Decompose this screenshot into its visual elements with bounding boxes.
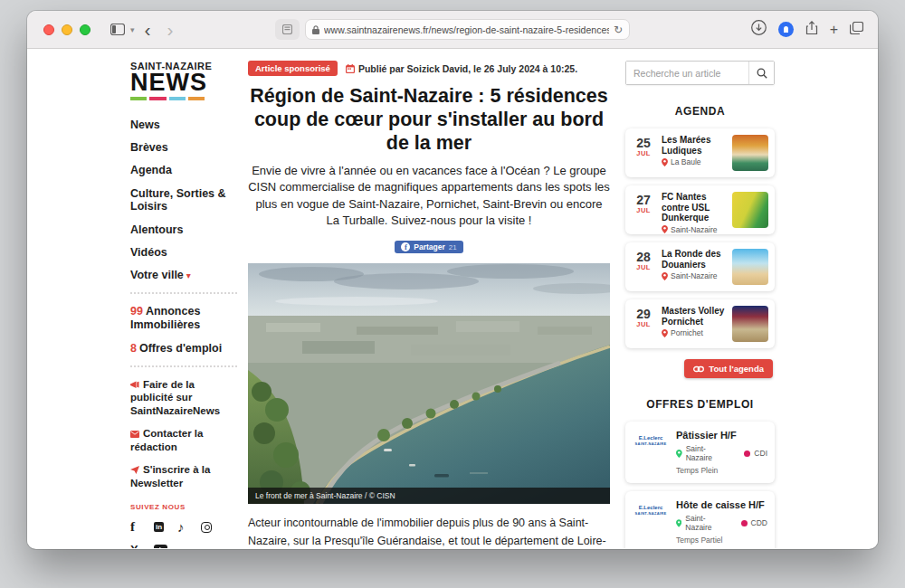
advertise-link[interactable]: Faire de la publicité sur SaintNazaireNe… xyxy=(130,378,239,419)
back-button[interactable]: ‹ xyxy=(138,21,157,39)
map-pin-icon xyxy=(662,272,668,280)
jobs-heading: OFFRES D'EMPLOI xyxy=(625,398,775,411)
logo-color-bars xyxy=(130,97,205,100)
job-card[interactable]: E.Leclerc SAINT-NAZAIRE Pâtissier H/F Sa… xyxy=(625,422,775,483)
forward-button[interactable]: › xyxy=(161,21,180,39)
chevron-down-icon: ▾ xyxy=(186,270,191,280)
counter-link[interactable]: 99Annonces Immobilières xyxy=(130,305,239,333)
megaphone-icon xyxy=(130,381,139,389)
article-title: Région de Saint-Nazaire : 5 résidences c… xyxy=(248,84,610,156)
contact-link[interactable]: Contacter la rédaction xyxy=(130,427,239,454)
job-time: Temps Plein xyxy=(676,466,767,475)
job-card[interactable]: E.Leclerc SAINT-NAZAIRE Hôte de caisse H… xyxy=(625,491,775,548)
search-input[interactable] xyxy=(626,62,748,84)
company-logo: E.Leclerc SAINT-NAZAIRE xyxy=(633,430,669,475)
job-time: Temps Partiel xyxy=(676,536,767,545)
job-meta: Saint-Nazaire CDD xyxy=(676,514,767,532)
downloads-icon[interactable] xyxy=(751,20,767,39)
nav-item[interactable]: Agenda xyxy=(130,164,239,176)
instagram-icon[interactable] xyxy=(201,520,224,534)
counter-link[interactable]: 8Offres d'emploi xyxy=(130,342,239,356)
map-pin-icon xyxy=(662,329,668,337)
x-icon[interactable]: X xyxy=(130,543,154,548)
article-hero-image: Le front de mer à Saint-Nazaire / © CISN xyxy=(248,263,610,504)
toolbar-right: + xyxy=(751,20,863,39)
main-nav: News Brèves Agenda Culture, Sorties & Lo… xyxy=(130,119,239,282)
envelope-icon xyxy=(130,431,139,438)
agenda-location: Saint-Nazaire xyxy=(662,225,729,234)
close-window-button[interactable] xyxy=(43,24,54,35)
search-button[interactable] xyxy=(748,62,774,84)
agenda-thumbnail xyxy=(732,192,768,228)
tab-overview-icon[interactable] xyxy=(850,22,863,38)
job-title: Hôte de caisse H/F xyxy=(676,499,767,510)
nav-item[interactable]: Votre ville▾ xyxy=(130,269,239,281)
contract-dot-icon xyxy=(741,520,748,526)
nav-item[interactable]: Alentours xyxy=(130,223,239,236)
divider xyxy=(130,365,237,367)
browser-window: ▾ ‹ › www.saintnazairenews.fr/news/regio… xyxy=(27,11,878,549)
nav-item[interactable]: Vidéos xyxy=(130,246,239,259)
social-links: f in ♪ X xyxy=(130,520,224,548)
page-settings-icon[interactable] xyxy=(275,19,300,40)
facebook-icon: f xyxy=(401,242,410,251)
tiktok-icon[interactable]: ♪ xyxy=(177,520,201,534)
search-icon xyxy=(757,68,767,79)
minimize-window-button[interactable] xyxy=(62,24,72,35)
agenda-card[interactable]: 25 JUL Les Marées Ludiques La Baule xyxy=(625,128,775,177)
nav-controls: ▾ ‹ › xyxy=(107,20,180,40)
linkedin-icon[interactable]: in xyxy=(154,520,177,534)
address-area: www.saintnazairenews.fr/news/region-de-s… xyxy=(275,19,630,40)
image-caption: Le front de mer à Saint-Nazaire / © CISN xyxy=(248,488,610,504)
agenda-event-title: Masters Volley Pornichet xyxy=(662,306,729,327)
nav-item[interactable]: Brèves xyxy=(130,141,239,154)
agenda-date: 28 JUL xyxy=(633,249,654,285)
url-bar[interactable]: www.saintnazairenews.fr/news/region-de-s… xyxy=(305,19,630,40)
nav-item[interactable]: News xyxy=(130,119,239,131)
agenda-event-title: FC Nantes contre USL Dunkerque xyxy=(662,192,729,223)
newsletter-link[interactable]: S'inscrire à la Newsletter xyxy=(130,463,239,490)
agenda-list: 25 JUL Les Marées Ludiques La Baule xyxy=(625,128,775,348)
facebook-share-button[interactable]: f Partager 21 xyxy=(395,241,462,253)
sidebar-toggle-icon[interactable] xyxy=(107,20,129,40)
company-logo: E.Leclerc SAINT-NAZAIRE xyxy=(633,499,669,545)
agenda-event-title: Les Marées Ludiques xyxy=(662,135,729,156)
agenda-card[interactable]: 27 JUL FC Nantes contre USL Dunkerque Sa… xyxy=(625,185,775,234)
agenda-date: 29 JUL xyxy=(633,306,654,342)
agenda-location: Pornichet xyxy=(662,328,729,337)
left-sidebar: SAINT-NAZAIRE NEWS News Brèves Agenda Cu… xyxy=(130,61,239,548)
facebook-icon[interactable]: f xyxy=(130,520,154,534)
agenda-thumbnail xyxy=(732,306,768,342)
all-agenda-button[interactable]: Tout l'agenda xyxy=(684,359,773,378)
reload-icon[interactable]: ↻ xyxy=(614,24,623,36)
right-sidebar: AGENDA 25 JUL Les Marées Ludiques xyxy=(625,61,775,548)
url-text: www.saintnazairenews.fr/news/region-de-s… xyxy=(324,24,609,35)
agenda-location: La Baule xyxy=(662,157,729,166)
contract-dot-icon xyxy=(744,450,750,457)
zoom-window-button[interactable] xyxy=(80,24,90,35)
lock-icon xyxy=(312,25,319,34)
map-pin-icon xyxy=(662,225,668,233)
sidebar-caret-icon[interactable]: ▾ xyxy=(130,25,135,34)
agenda-card[interactable]: 29 JUL Masters Volley Pornichet Porniche… xyxy=(625,299,775,348)
site-logo[interactable]: SAINT-NAZAIRE NEWS xyxy=(130,61,239,100)
nav-item[interactable]: Culture, Sorties & Loisirs xyxy=(130,187,239,213)
new-tab-icon[interactable]: + xyxy=(830,22,838,38)
window-controls xyxy=(43,11,90,48)
divider xyxy=(130,292,237,294)
article-meta: Publié par Soizick David, le 26 July 202… xyxy=(346,63,577,74)
agenda-thumbnail xyxy=(732,249,768,285)
web-page: SAINT-NAZAIRE NEWS News Brèves Agenda Cu… xyxy=(27,49,878,548)
youtube-icon[interactable] xyxy=(154,543,177,548)
extension-icon[interactable] xyxy=(778,22,794,37)
agenda-date: 27 JUL xyxy=(633,192,654,228)
calendar-icon xyxy=(346,64,355,73)
agenda-heading: AGENDA xyxy=(625,105,775,118)
share-icon[interactable] xyxy=(805,21,818,39)
map-pin-icon xyxy=(676,450,682,458)
logo-text-bottom: NEWS xyxy=(130,71,239,95)
jobs-list: E.Leclerc SAINT-NAZAIRE Pâtissier H/F Sa… xyxy=(625,422,775,548)
agenda-card[interactable]: 28 JUL La Ronde des Douaniers Saint-Naza… xyxy=(625,242,775,291)
search-box xyxy=(625,61,775,85)
follow-label: SUIVEZ NOUS xyxy=(130,503,239,511)
